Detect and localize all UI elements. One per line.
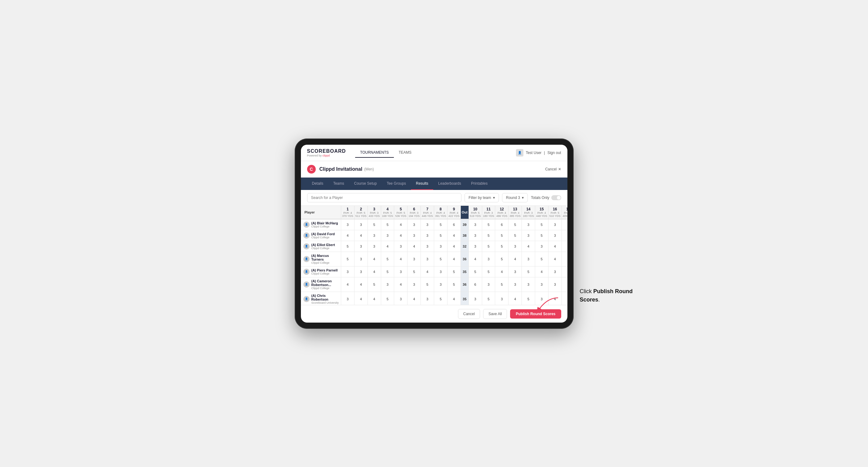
score-hole-3[interactable]: 3 <box>368 241 381 252</box>
score-hole-10[interactable]: 6 <box>469 277 482 291</box>
score-hole-3[interactable]: 4 <box>368 252 381 266</box>
score-hole-12[interactable]: 6 <box>495 219 508 230</box>
score-hole-8[interactable]: 3 <box>434 241 447 252</box>
score-hole-11[interactable]: 5 <box>482 241 495 252</box>
score-hole-5[interactable]: 3 <box>394 266 407 277</box>
score-hole-10[interactable]: 3 <box>469 291 482 305</box>
score-hole-17[interactable]: 3 <box>561 219 567 230</box>
score-hole-8[interactable]: 3 <box>434 266 447 277</box>
score-hole-15[interactable]: 5 <box>535 252 548 266</box>
score-hole-2[interactable]: 3 <box>354 241 368 252</box>
score-hole-14[interactable]: 3 <box>522 277 535 291</box>
score-hole-3[interactable]: 3 <box>368 230 381 241</box>
score-hole-9[interactable]: 6 <box>447 219 461 230</box>
filter-team-dropdown[interactable]: Filter by team ▾ <box>465 193 499 203</box>
score-hole-8[interactable]: 5 <box>434 252 447 266</box>
score-hole-1[interactable]: 4 <box>341 230 354 241</box>
score-hole-7[interactable]: 3 <box>421 241 434 252</box>
score-hole-10[interactable]: 3 <box>469 219 482 230</box>
score-hole-12[interactable]: 5 <box>495 252 508 266</box>
score-hole-2[interactable]: 4 <box>354 277 368 291</box>
score-hole-5[interactable]: 3 <box>394 241 407 252</box>
score-hole-10[interactable]: 5 <box>469 266 482 277</box>
score-hole-15[interactable]: 3 <box>535 241 548 252</box>
score-hole-11[interactable]: 5 <box>482 230 495 241</box>
save-all-button[interactable]: Save All <box>483 309 507 319</box>
score-hole-15[interactable]: 4 <box>535 266 548 277</box>
score-hole-15[interactable]: 5 <box>535 230 548 241</box>
score-hole-2[interactable]: 4 <box>354 291 368 305</box>
score-hole-3[interactable]: 4 <box>368 266 381 277</box>
round-dropdown[interactable]: Round 3 ▾ <box>502 193 528 203</box>
score-hole-6[interactable]: 3 <box>407 219 421 230</box>
score-hole-4[interactable]: 4 <box>381 241 394 252</box>
score-hole-4[interactable]: 5 <box>381 252 394 266</box>
score-hole-15[interactable]: 3 <box>535 277 548 291</box>
score-hole-7[interactable]: 3 <box>421 252 434 266</box>
score-hole-8[interactable]: 5 <box>434 291 447 305</box>
score-hole-11[interactable]: 5 <box>482 219 495 230</box>
score-hole-13[interactable]: 3 <box>508 241 522 252</box>
score-hole-16[interactable]: 4 <box>548 241 561 252</box>
score-hole-15[interactable]: 5 <box>535 219 548 230</box>
score-hole-12[interactable]: 5 <box>495 241 508 252</box>
score-hole-7[interactable]: 3 <box>421 219 434 230</box>
totals-toggle-switch[interactable] <box>551 195 561 200</box>
score-hole-4[interactable]: 5 <box>381 266 394 277</box>
tab-tee-groups[interactable]: Tee Groups <box>382 178 411 190</box>
score-hole-13[interactable]: 5 <box>508 219 522 230</box>
score-hole-1[interactable]: 3 <box>341 266 354 277</box>
score-hole-17[interactable]: 3 <box>561 252 567 266</box>
score-hole-9[interactable]: 4 <box>447 252 461 266</box>
score-hole-14[interactable]: 3 <box>522 219 535 230</box>
score-hole-12[interactable]: 5 <box>495 230 508 241</box>
score-hole-8[interactable]: 3 <box>434 277 447 291</box>
score-hole-13[interactable]: 5 <box>508 230 522 241</box>
score-hole-5[interactable]: 4 <box>394 252 407 266</box>
score-hole-11[interactable]: 5 <box>482 266 495 277</box>
score-hole-11[interactable]: 3 <box>482 252 495 266</box>
score-hole-6[interactable]: 5 <box>407 266 421 277</box>
score-hole-5[interactable]: 4 <box>394 219 407 230</box>
nav-tournaments[interactable]: TOURNAMENTS <box>355 148 394 158</box>
score-hole-16[interactable]: 3 <box>548 219 561 230</box>
tab-leaderboards[interactable]: Leaderboards <box>433 178 466 190</box>
sign-out-link[interactable]: Sign out <box>547 151 561 155</box>
score-hole-6[interactable]: 3 <box>407 252 421 266</box>
score-hole-1[interactable]: 4 <box>341 277 354 291</box>
score-hole-5[interactable]: 4 <box>394 277 407 291</box>
score-hole-6[interactable]: 4 <box>407 241 421 252</box>
tab-course-setup[interactable]: Course Setup <box>349 178 382 190</box>
score-hole-2[interactable]: 4 <box>354 230 368 241</box>
score-hole-14[interactable]: 4 <box>522 241 535 252</box>
tab-results[interactable]: Results <box>411 178 433 190</box>
score-hole-14[interactable]: 3 <box>522 230 535 241</box>
score-hole-6[interactable]: 4 <box>407 291 421 305</box>
score-hole-2[interactable]: 3 <box>354 252 368 266</box>
score-hole-9[interactable]: 5 <box>447 277 461 291</box>
score-hole-3[interactable]: 4 <box>368 291 381 305</box>
score-hole-7[interactable]: 5 <box>421 277 434 291</box>
score-hole-16[interactable]: 4 <box>548 252 561 266</box>
score-hole-2[interactable]: 3 <box>354 219 368 230</box>
score-hole-7[interactable]: 3 <box>421 230 434 241</box>
score-hole-10[interactable]: 4 <box>469 252 482 266</box>
score-hole-13[interactable]: 3 <box>508 277 522 291</box>
score-hole-11[interactable]: 3 <box>482 277 495 291</box>
cancel-footer-button[interactable]: Cancel <box>458 309 480 319</box>
score-hole-10[interactable]: 3 <box>469 230 482 241</box>
score-hole-8[interactable]: 5 <box>434 219 447 230</box>
nav-teams[interactable]: TEAMS <box>394 148 416 158</box>
score-hole-12[interactable]: 4 <box>495 266 508 277</box>
search-input[interactable] <box>307 193 462 203</box>
score-hole-5[interactable]: 3 <box>394 291 407 305</box>
score-hole-16[interactable]: 3 <box>548 266 561 277</box>
score-hole-13[interactable]: 4 <box>508 252 522 266</box>
score-hole-16[interactable]: 3 <box>548 230 561 241</box>
score-hole-3[interactable]: 5 <box>368 219 381 230</box>
score-hole-7[interactable]: 4 <box>421 266 434 277</box>
score-hole-5[interactable]: 4 <box>394 230 407 241</box>
score-hole-8[interactable]: 5 <box>434 230 447 241</box>
tab-printables[interactable]: Printables <box>466 178 492 190</box>
tab-teams[interactable]: Teams <box>328 178 349 190</box>
